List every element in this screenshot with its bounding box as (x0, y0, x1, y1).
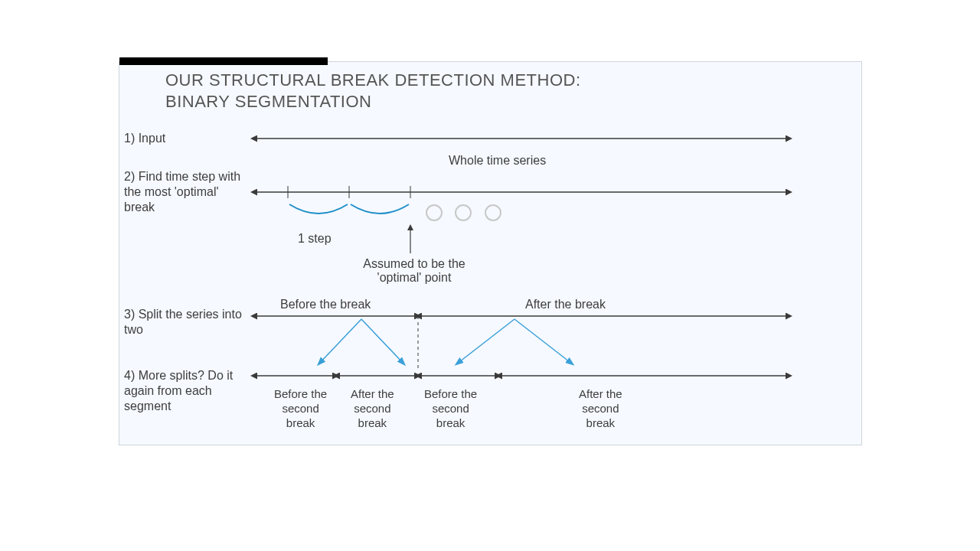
assumed-arrow-head (407, 224, 413, 230)
step-arc-2 (351, 204, 409, 214)
step-arc-1 (289, 204, 348, 214)
split-arrow-1r (361, 319, 404, 364)
slide-frame: OUR STRUCTURAL BREAK DETECTION METHOD: B… (119, 61, 862, 445)
diagram-svg (119, 62, 863, 446)
split-arrow-2l (456, 319, 514, 364)
split-arrow-1l (318, 319, 361, 364)
split-arrow-2r (514, 319, 573, 364)
